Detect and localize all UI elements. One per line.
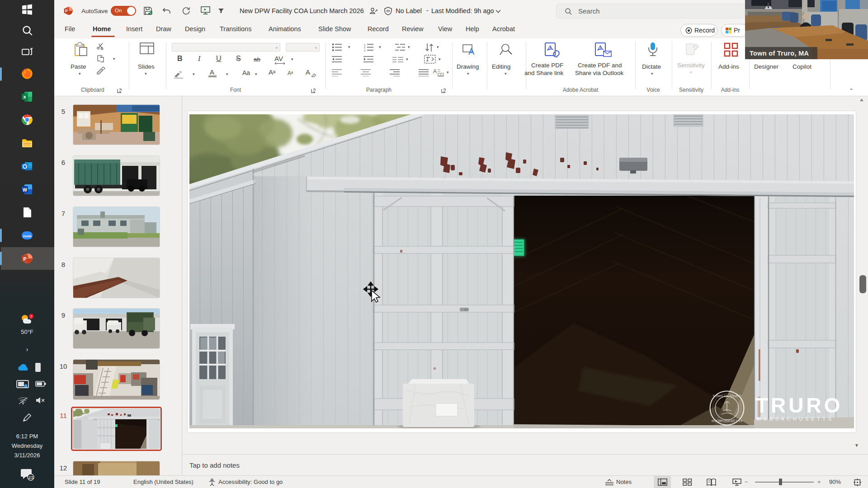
svg-text:TOWN OF TRURO: TOWN OF TRURO xyxy=(712,394,741,398)
svg-text:INCORPORATED 1709: INCORPORATED 1709 xyxy=(712,419,743,422)
svg-text:P: P xyxy=(65,9,68,13)
svg-text:P: P xyxy=(23,256,26,262)
svg-text:TRURO: TRURO xyxy=(755,394,843,417)
svg-text:23: 23 xyxy=(28,475,33,480)
svg-text:zoom: zoom xyxy=(23,235,31,238)
svg-text:Town of Truro, MA: Town of Truro, MA xyxy=(750,50,809,57)
svg-text:A: A xyxy=(433,68,437,75)
svg-text:MASSACHUSETTS: MASSACHUSETTS xyxy=(757,416,834,422)
svg-text:7: 7 xyxy=(30,314,32,319)
svg-text:A: A xyxy=(468,47,475,56)
svg-text:x: x xyxy=(23,94,26,99)
svg-text:2: 2 xyxy=(364,46,366,49)
svg-text:1: 1 xyxy=(364,43,366,46)
svg-text:W: W xyxy=(23,187,27,192)
svg-text:3: 3 xyxy=(364,49,366,52)
